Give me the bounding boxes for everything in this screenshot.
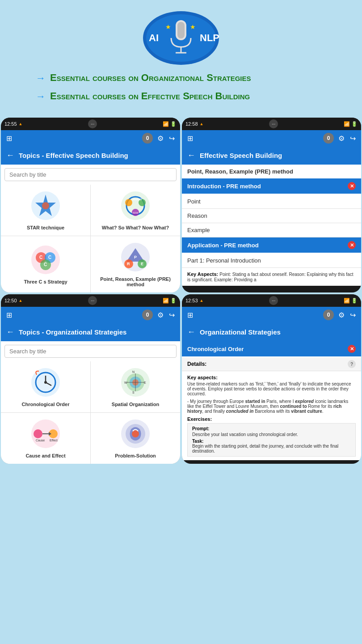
chrono-label: Chronological Order: [22, 402, 70, 407]
phone4-key-section: Key aspects: Use time-related markers su…: [182, 371, 361, 460]
phone3-search-input[interactable]: [4, 345, 177, 358]
phone2-intro-close[interactable]: ✕: [348, 182, 356, 190]
phone4-filter-btn[interactable]: ⚙: [337, 310, 345, 320]
phone3-toolbar: ⊞ 0 ⚙ ↪: [1, 307, 180, 323]
phone4-prompt-box: Prompt: Describe your last vacation usin…: [187, 423, 356, 457]
phone3-battery: 🔋: [170, 298, 177, 304]
course-link-2[interactable]: → Essential courses on Effective Speech …: [36, 90, 326, 103]
phone4-prompt-text: Describe your last vacation using chrono…: [192, 432, 351, 437]
phone2-share-btn[interactable]: ↪: [349, 133, 357, 144]
top-section: AI NLP ★ ★ → Essential courses on Organi…: [0, 0, 362, 117]
phone1-grid-btn[interactable]: ⊞: [5, 133, 13, 144]
phone2-grid-btn[interactable]: ⊞: [186, 133, 194, 144]
svg-text:R: R: [127, 262, 130, 266]
phone4-details-label: Details:: [187, 361, 206, 367]
phone4-frame: 12:53 ▲ ··· 📶 🔋 ⊞ 0 ⚙ ↪ ← Organizational…: [182, 294, 361, 464]
svg-text:★: ★: [165, 23, 171, 30]
phone4-toolbar: ⊞ 0 ⚙ ↪: [182, 307, 361, 323]
phone3-back-btn[interactable]: ←: [6, 327, 14, 337]
phone2-point-row[interactable]: Point: [182, 195, 361, 209]
svg-rect-3: [177, 22, 185, 38]
phone1-filter-btn[interactable]: ⚙: [156, 133, 164, 144]
svg-text:W: W: [124, 381, 127, 384]
phone2-title: Effective Speech Building: [200, 152, 282, 159]
topic-card-sowhat[interactable]: WHAT? SO NOW What? So What? Now What?: [91, 185, 180, 236]
spatial-icon: N S W E: [120, 367, 151, 398]
topic-card-problem[interactable]: Problem-Solution: [91, 413, 180, 464]
phone3-alert: ▲: [19, 298, 23, 303]
sowhat-icon: WHAT? SO NOW: [120, 190, 151, 221]
svg-point-51: [34, 429, 42, 438]
phone2-intro-header[interactable]: Introduction - PRE method ✕: [182, 178, 361, 194]
svg-text:C: C: [39, 255, 42, 260]
phone2-example-label: Example: [187, 227, 210, 233]
phone1-back-btn[interactable]: ←: [6, 151, 14, 160]
phone2-app-header[interactable]: Application - PRE method ✕: [182, 237, 361, 253]
pre-icon: P R E: [120, 242, 151, 273]
phone2-reason-row[interactable]: Reason: [182, 209, 361, 223]
course-link-1[interactable]: → Essential courses on Organizational St…: [36, 72, 326, 85]
star-technique-label: STAR technique: [27, 225, 64, 230]
phone1-share-btn[interactable]: ↪: [168, 133, 176, 144]
phone3-header: ← Topics - Organizational Strategies: [1, 323, 180, 341]
course-link-text-2: Essential courses on Effective Speech Bu…: [50, 90, 250, 103]
phone2-back-btn[interactable]: ←: [187, 151, 195, 160]
phone2-filter-btn[interactable]: ⚙: [337, 133, 345, 144]
phone3-time: 12:50: [4, 298, 17, 303]
phone2-app-close[interactable]: ✕: [348, 241, 356, 249]
phone3-grid-btn[interactable]: ⊞: [5, 310, 13, 320]
arrow-icon-1: →: [36, 72, 46, 84]
phone2-app-label: Application - PRE method: [187, 242, 259, 249]
star-technique-icon: [30, 190, 61, 221]
phone4-title: Organizational Strategies: [200, 328, 281, 336]
phone4-back-btn[interactable]: ←: [187, 327, 195, 337]
phone2-content: Point, Reason, Example (PRE) method Intr…: [182, 165, 361, 286]
svg-point-15: [125, 199, 132, 206]
svg-text:C: C: [44, 262, 47, 267]
phone4-battery: 🔋: [351, 298, 358, 304]
problem-label: Problem-Solution: [115, 453, 156, 458]
phone2-point-label: Point: [187, 198, 201, 205]
phone4-prompt-title: Prompt:: [192, 426, 351, 431]
phone4-section-header[interactable]: Chronological Order ✕: [182, 341, 361, 356]
phone3-wifi: 📶: [163, 298, 169, 304]
topic-card-cause[interactable]: Cause Effect Cause and Effect: [1, 413, 90, 464]
phone4-grid-btn[interactable]: ⊞: [186, 310, 194, 320]
phone2-dots: ···: [269, 119, 278, 128]
phone3-share-btn[interactable]: ↪: [168, 310, 176, 320]
phone1-status-bar: 12:55 ▲ ··· 📶 🔋: [1, 118, 180, 130]
phone2-toolbar: ⊞ 0 ⚙ ↪: [182, 130, 361, 146]
phone4-task-text: Begin with the starting point, detail th…: [192, 444, 351, 453]
phone3-filter-btn[interactable]: ⚙: [156, 310, 164, 320]
phone2-wifi: 📶: [344, 121, 350, 127]
phone2-example-row[interactable]: Example: [182, 223, 361, 237]
topic-card-threec[interactable]: C C C Three C s Strategy: [1, 236, 90, 292]
phone1-dots: ···: [88, 119, 97, 128]
phone4-share-btn[interactable]: ↪: [349, 310, 357, 320]
phone1-search-input[interactable]: [4, 168, 177, 181]
topic-card-chrono[interactable]: Chronological Order: [1, 361, 90, 412]
phone4-example: - My journey through Europe started in P…: [187, 399, 356, 414]
phone2-pre-title: Point, Reason, Example (PRE) method: [182, 165, 361, 178]
phone4-time: 12:53: [185, 298, 198, 303]
cause-label: Cause and Effect: [25, 453, 65, 458]
phone2-part1-row[interactable]: Part 1: Personal Introduction: [182, 254, 361, 268]
topic-card-pre[interactable]: P R E Point, Reason, Example (PRE) metho…: [91, 236, 180, 292]
topic-card-star[interactable]: STAR technique: [1, 185, 90, 236]
svg-text:AI: AI: [149, 32, 159, 43]
topic-card-spatial[interactable]: N S W E Spatial Organization: [91, 361, 180, 412]
phone4-content: Chronological Order ✕ Details: ? Key asp…: [182, 341, 361, 460]
arrow-icon-2: →: [36, 91, 46, 102]
phone1-content: STAR technique WHAT? SO NOW: [1, 165, 180, 292]
svg-point-59: [132, 430, 139, 437]
phone1-title: Topics - Effective Speech Building: [19, 152, 128, 159]
phone4-question-badge[interactable]: ?: [348, 360, 356, 368]
phone3-dots: ···: [88, 296, 97, 305]
phone1-time: 12:55: [4, 121, 17, 127]
phone1-topic-grid: STAR technique WHAT? SO NOW: [1, 185, 180, 292]
svg-text:NOW: NOW: [133, 212, 139, 214]
phone3-title: Topics - Organizational Strategies: [19, 328, 126, 336]
phone3-topic-grid: Chronological Order N S: [1, 361, 180, 464]
phone4-status-right: 📶 🔋: [344, 298, 358, 304]
phone4-close-btn[interactable]: ✕: [348, 345, 356, 353]
